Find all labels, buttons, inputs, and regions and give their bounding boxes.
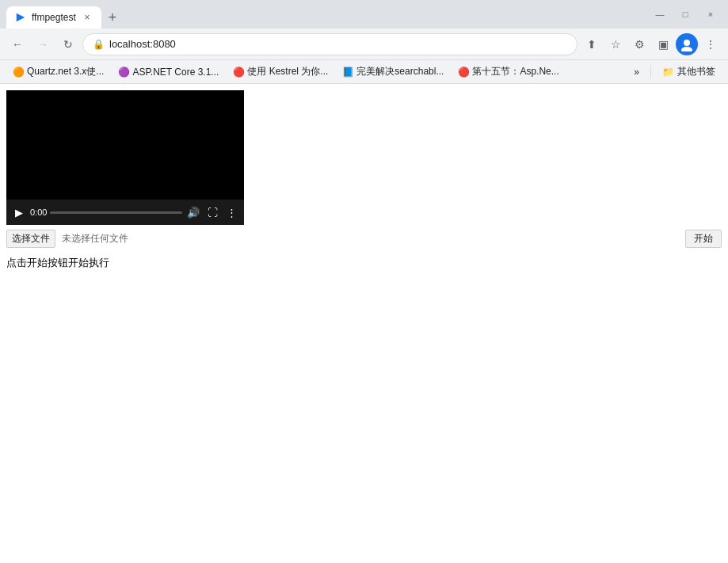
address-bar: ← → ↻ 🔒 localhost:8080 ⬆ ☆ ⚙ ▣ ⋮ [0, 29, 728, 60]
bookmark-searchable[interactable]: 🔴 第十五节：Asp.Ne... [452, 63, 565, 81]
bookmark-label-quartz: Quartz.net 3.x使... [27, 65, 104, 78]
refresh-button[interactable]: ↻ [57, 33, 79, 55]
close-button[interactable]: × [699, 3, 722, 25]
profile-avatar[interactable] [676, 33, 698, 55]
bookmark-favicon-aspnet: 🟣 [118, 67, 129, 78]
play-button[interactable]: ▶ [11, 204, 27, 220]
toolbar-icons: ⬆ ☆ ⚙ ▣ ⋮ [581, 33, 722, 55]
browser-window: ffmpegtest × + — □ × ← → ↻ 🔒 localhost:8… [0, 0, 728, 563]
active-tab[interactable]: ffmpegtest × [6, 6, 101, 29]
extension-icon[interactable]: ⚙ [628, 33, 650, 55]
menu-icon[interactable]: ⋮ [699, 33, 722, 55]
bookmark-favicon-kestrel: 🔴 [233, 67, 244, 78]
video-controls-bar: ▶ 0:00 🔊 ⛶ ⋮ [6, 200, 244, 225]
tab-favicon [14, 11, 27, 24]
status-text: 点击开始按钮开始执行 [6, 256, 722, 270]
video-time: 0:00 [30, 207, 47, 217]
volume-button[interactable]: 🔊 [185, 204, 201, 220]
no-file-label: 未选择任何文件 [62, 232, 128, 245]
bookmark-favicon-quartz: 🟠 [13, 67, 24, 78]
forward-button[interactable]: → [32, 33, 54, 55]
video-progress-bar[interactable] [50, 211, 182, 214]
bookmark-label-kestrel: 使用 Kestrel 为你... [247, 65, 328, 78]
bookmark-folder-other[interactable]: 📁 其他书签 [656, 63, 722, 81]
svg-marker-0 [17, 13, 25, 22]
bookmarks-divider [650, 66, 651, 78]
bookmark-star-icon[interactable]: ☆ [604, 33, 627, 55]
page-content: ▶ 0:00 🔊 ⛶ ⋮ 选择文件 未选择任何文件 开始 点击开始按钮开始执行 [0, 84, 728, 563]
bookmark-label-simple: 完美解决searchabl... [356, 65, 444, 78]
bookmark-quartz[interactable]: 🟠 Quartz.net 3.x使... [6, 63, 110, 81]
svg-point-2 [681, 47, 692, 51]
tab-close-button[interactable]: × [81, 11, 93, 24]
folder-icon: 📁 [662, 67, 674, 78]
bookmark-label-aspnet: ASP.NET Core 3.1... [132, 67, 219, 78]
minimize-button[interactable]: — [649, 3, 671, 25]
url-text: localhost:8080 [109, 38, 567, 50]
file-choose-button[interactable]: 选择文件 [6, 230, 55, 248]
bookmark-kestrel[interactable]: 🔴 使用 Kestrel 为你... [227, 63, 334, 81]
bookmark-simple[interactable]: 📘 完美解决searchabl... [336, 63, 450, 81]
url-bar[interactable]: 🔒 localhost:8080 [82, 33, 577, 55]
video-area[interactable] [6, 90, 244, 200]
share-icon[interactable]: ⬆ [581, 33, 603, 55]
bookmark-aspnet[interactable]: 🟣 ASP.NET Core 3.1... [112, 64, 225, 80]
video-player: ▶ 0:00 🔊 ⛶ ⋮ [6, 90, 244, 225]
title-bar: ffmpegtest × + — □ × [0, 0, 728, 29]
fullscreen-button[interactable]: ⛶ [204, 204, 220, 220]
lock-icon: 🔒 [93, 39, 105, 50]
window-controls: — □ × [649, 3, 722, 25]
back-button[interactable]: ← [6, 33, 29, 55]
bookmarks-more-button[interactable]: » [627, 64, 646, 80]
file-controls-row: 选择文件 未选择任何文件 开始 [6, 230, 722, 248]
sidebar-icon[interactable]: ▣ [652, 33, 674, 55]
bookmarks-bar: 🟠 Quartz.net 3.x使... 🟣 ASP.NET Core 3.1.… [0, 60, 728, 84]
more-options-button[interactable]: ⋮ [223, 204, 239, 220]
bookmark-favicon-searchable: 🔴 [458, 67, 469, 78]
bookmark-folder-label: 其他书签 [677, 65, 715, 78]
bookmark-label-searchable: 第十五节：Asp.Ne... [472, 65, 558, 78]
svg-point-1 [684, 40, 690, 46]
bookmarks-more-icon: » [634, 67, 639, 78]
start-button[interactable]: 开始 [685, 230, 722, 248]
bookmark-favicon-simple: 📘 [342, 67, 353, 78]
tab-title: ffmpegtest [32, 12, 76, 23]
new-tab-button[interactable]: + [101, 6, 124, 29]
tab-bar: ffmpegtest × + [6, 0, 642, 29]
maximize-button[interactable]: □ [674, 3, 696, 25]
